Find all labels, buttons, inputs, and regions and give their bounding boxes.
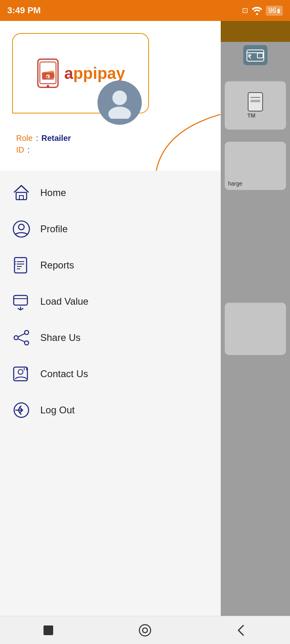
svg-point-44 xyxy=(143,628,147,633)
svg-point-9 xyxy=(108,107,131,119)
avatar-silhouette-icon xyxy=(104,87,136,119)
contact-us-label: Contact Us xyxy=(40,368,88,380)
contact-icon xyxy=(12,365,31,383)
bg-wallet-icon: ₹ xyxy=(243,45,267,65)
share-icon xyxy=(12,328,31,347)
nav-menu: Home Profile xyxy=(0,171,221,644)
profile-label: Profile xyxy=(40,223,68,235)
bg-card2: harge xyxy=(225,142,286,190)
svg-rect-21 xyxy=(14,295,27,305)
svg-point-7 xyxy=(47,85,49,87)
status-time: 3:49 PM xyxy=(7,5,41,16)
role-colon: : xyxy=(36,134,38,143)
app-name: appipay xyxy=(64,64,125,83)
svg-point-0 xyxy=(256,13,258,15)
background-content: ₹ TM harge xyxy=(221,21,290,644)
svg-point-24 xyxy=(25,330,29,334)
status-icons: ⊡ 96 ▮ xyxy=(242,6,283,16)
svg-line-28 xyxy=(18,339,25,342)
nav-square-button[interactable] xyxy=(38,620,58,640)
svg-rect-42 xyxy=(44,625,53,635)
bg-card1: TM xyxy=(225,81,286,130)
status-bar: 3:49 PM ⊡ 96 ▮ xyxy=(0,0,290,21)
home-label: Home xyxy=(40,187,66,198)
logout-icon xyxy=(12,401,31,419)
svg-rect-41 xyxy=(251,100,260,102)
role-value: Retailer xyxy=(41,134,71,143)
svg-text:₹: ₹ xyxy=(248,54,251,60)
svg-line-27 xyxy=(18,334,25,337)
share-us-label: Share Us xyxy=(40,332,81,343)
svg-point-8 xyxy=(112,91,127,105)
load-value-label: Load Value xyxy=(40,296,89,307)
svg-point-26 xyxy=(14,336,18,340)
id-label: ID xyxy=(16,145,24,155)
profile-arc-decoration xyxy=(132,114,221,171)
phone-logo-icon: ₹ xyxy=(36,57,60,89)
reports-icon xyxy=(12,256,31,275)
sidebar-item-contact-us[interactable]: Contact Us xyxy=(0,356,221,392)
svg-rect-11 xyxy=(19,196,23,200)
logout-label: Log Out xyxy=(40,405,75,416)
battery-icon: 96 ▮ xyxy=(266,6,283,16)
drawer: ₹ appipay xyxy=(0,21,221,644)
nav-back-button[interactable] xyxy=(232,620,252,640)
sidebar-item-load-value[interactable]: Load Value xyxy=(0,283,221,320)
bg-card3 xyxy=(225,303,286,355)
sidebar-item-logout[interactable]: Log Out xyxy=(0,392,221,428)
home-icon xyxy=(12,184,31,202)
svg-point-30 xyxy=(18,369,23,374)
role-label: Role xyxy=(16,134,33,143)
profile-header: ₹ appipay xyxy=(0,21,221,171)
screen-record-icon: ⊡ xyxy=(242,6,248,15)
svg-rect-14 xyxy=(14,258,27,273)
bg-card1-text: TM xyxy=(244,89,267,122)
avatar xyxy=(97,80,142,125)
svg-point-25 xyxy=(25,341,29,345)
sidebar-item-reports[interactable]: Reports xyxy=(0,247,221,283)
main-layout: ₹ appipay xyxy=(0,21,290,644)
id-colon: : xyxy=(27,145,30,155)
profile-icon xyxy=(12,220,31,238)
battery-level: 96 xyxy=(268,6,276,15)
svg-point-13 xyxy=(19,224,24,230)
svg-point-43 xyxy=(139,625,151,636)
sidebar-item-home[interactable]: Home xyxy=(0,175,221,211)
load-value-icon xyxy=(12,292,31,311)
sidebar-item-share-us[interactable]: Share Us xyxy=(0,320,221,356)
svg-rect-36 xyxy=(257,53,263,58)
reports-label: Reports xyxy=(40,260,74,271)
nav-home-button[interactable] xyxy=(135,620,155,640)
bg-header xyxy=(221,21,290,42)
wifi-icon xyxy=(251,6,263,15)
bottom-nav xyxy=(0,616,290,644)
logo-card: ₹ appipay xyxy=(12,33,149,114)
bg-card2-text: harge xyxy=(228,180,242,187)
sidebar-item-profile[interactable]: Profile xyxy=(0,211,221,247)
